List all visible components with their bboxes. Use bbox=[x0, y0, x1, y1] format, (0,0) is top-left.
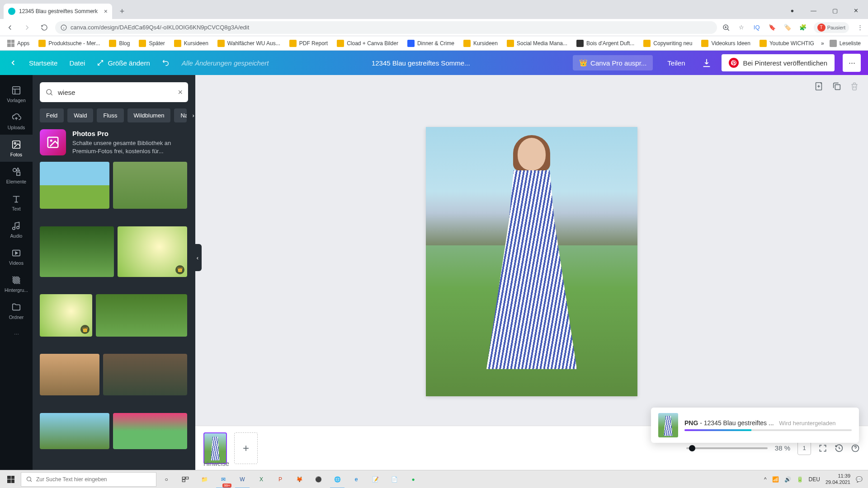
outlook-icon[interactable]: ✉99+ bbox=[214, 470, 232, 488]
back-button[interactable] bbox=[4, 21, 16, 34]
language-indicator[interactable]: DEU bbox=[809, 476, 820, 483]
page-count-button[interactable]: 1 bbox=[797, 441, 811, 455]
rail-text[interactable]: Text bbox=[0, 189, 33, 216]
powerpoint-icon[interactable]: P bbox=[271, 470, 289, 488]
wifi-icon[interactable]: 📶 bbox=[772, 476, 779, 483]
edge-icon[interactable]: e bbox=[347, 470, 365, 488]
firefox-icon[interactable]: 🦊 bbox=[290, 470, 308, 488]
home-link[interactable]: Startseite bbox=[27, 56, 59, 70]
battery-icon[interactable]: 🔋 bbox=[797, 476, 803, 483]
add-page-thumb-button[interactable]: + bbox=[234, 432, 258, 464]
pinterest-publish-button[interactable]: Bei Pinterest veröffentlichen bbox=[722, 54, 835, 71]
rail-background[interactable]: Hintergru... bbox=[0, 270, 33, 297]
browser-tab[interactable]: 12345 Blau gestreiftes Sommerk × bbox=[4, 4, 112, 19]
rail-folders[interactable]: Ordner bbox=[0, 297, 33, 324]
canvas-stage[interactable] bbox=[195, 98, 868, 426]
bookmark-item[interactable]: Bois d'Argent Duft... bbox=[573, 38, 638, 49]
design-page[interactable] bbox=[426, 127, 637, 396]
help-button[interactable] bbox=[851, 444, 860, 453]
chip-fluss[interactable]: Fluss bbox=[97, 108, 123, 122]
photo-thumb[interactable] bbox=[113, 413, 187, 449]
volume-icon[interactable]: 🔊 bbox=[784, 476, 791, 483]
start-button[interactable] bbox=[2, 470, 20, 488]
bookmark-item[interactable]: Social Media Mana... bbox=[503, 38, 571, 49]
rail-photos[interactable]: Fotos bbox=[0, 135, 33, 162]
bookmark-item[interactable]: Dinner & Crime bbox=[404, 38, 458, 49]
photo-thumb[interactable]: 👑 bbox=[118, 226, 187, 277]
search-input[interactable] bbox=[58, 89, 173, 96]
photos-pro-promo[interactable]: Photos Pro Schalte unsere gesamte Biblio… bbox=[40, 129, 188, 155]
chips-scroll-right[interactable]: › bbox=[190, 110, 195, 121]
chip-feld[interactable]: Feld bbox=[40, 108, 64, 122]
rail-templates[interactable]: Vorlagen bbox=[0, 80, 33, 108]
maximize-button[interactable]: ▢ bbox=[825, 4, 845, 17]
fullscreen-button[interactable] bbox=[818, 444, 827, 453]
bookmark-item[interactable]: Youtube WICHTIG bbox=[756, 38, 818, 49]
chrome-profile[interactable]: T Pausiert bbox=[814, 22, 849, 33]
tray-chevron-icon[interactable]: ^ bbox=[764, 476, 767, 483]
extension-icon-1[interactable]: IQ bbox=[752, 23, 761, 32]
bookmark-item[interactable]: Produktsuche - Mer... bbox=[35, 38, 104, 49]
photo-thumb[interactable] bbox=[96, 294, 187, 337]
delete-page-button[interactable] bbox=[850, 82, 859, 91]
task-view-icon[interactable] bbox=[176, 470, 194, 488]
search-box[interactable]: × bbox=[40, 82, 188, 102]
minimize-button[interactable]: — bbox=[803, 4, 824, 17]
taskbar-search[interactable]: Zur Suche Text hier eingeben bbox=[21, 472, 156, 487]
more-menu-button[interactable]: ⋯ bbox=[843, 54, 861, 72]
photo-thumb[interactable] bbox=[113, 162, 187, 209]
rail-videos[interactable]: Videos bbox=[0, 243, 33, 270]
excel-icon[interactable]: X bbox=[252, 470, 270, 488]
photo-thumb[interactable] bbox=[103, 354, 187, 395]
undo-button[interactable] bbox=[160, 56, 172, 70]
word-icon[interactable]: W bbox=[233, 470, 251, 488]
spotify-icon[interactable]: ● bbox=[404, 470, 422, 488]
chrome-icon[interactable]: 🌐 bbox=[328, 470, 346, 488]
cortana-icon[interactable]: ○ bbox=[157, 470, 175, 488]
history-button[interactable] bbox=[835, 444, 844, 453]
rail-more[interactable]: ⋯ bbox=[0, 324, 33, 344]
chip-natur[interactable]: Natu bbox=[174, 108, 187, 122]
reload-button[interactable] bbox=[38, 21, 51, 34]
star-icon[interactable]: ☆ bbox=[737, 23, 746, 32]
page-thumbnail-1[interactable] bbox=[203, 432, 227, 464]
photo-thumb[interactable]: 👑 bbox=[40, 294, 92, 337]
collapse-panel-button[interactable]: ‹ bbox=[193, 244, 202, 271]
bookmark-item[interactable]: PDF Report bbox=[286, 38, 331, 49]
extension-icon-2[interactable]: 🔖 bbox=[768, 23, 777, 32]
rail-uploads[interactable]: Uploads bbox=[0, 108, 33, 135]
try-pro-button[interactable]: 👑Canva Pro auspr... bbox=[573, 55, 653, 70]
close-window-button[interactable]: ✕ bbox=[846, 4, 866, 17]
bookmark-item[interactable]: Videokurs Ideen bbox=[698, 38, 754, 49]
notifications-icon[interactable]: 💬 bbox=[856, 476, 863, 483]
zoom-slider[interactable] bbox=[686, 447, 768, 449]
close-tab-icon[interactable]: × bbox=[104, 8, 108, 15]
rail-audio[interactable]: Audio bbox=[0, 216, 33, 243]
chip-wildblumen[interactable]: Wildblumen bbox=[127, 108, 171, 122]
share-button[interactable]: Teilen bbox=[661, 56, 691, 70]
notes-button[interactable]: Hinweise bbox=[203, 460, 229, 467]
photo-thumb[interactable] bbox=[40, 162, 109, 209]
bookmark-item[interactable]: Wahlfächer WU Aus... bbox=[214, 38, 284, 49]
reading-list[interactable]: Leseliste bbox=[826, 38, 864, 49]
clear-search-icon[interactable]: × bbox=[178, 88, 183, 97]
forward-button[interactable] bbox=[21, 21, 33, 34]
photo-thumb[interactable] bbox=[40, 413, 109, 449]
notepad-icon[interactable]: 📝 bbox=[366, 470, 384, 488]
design-title[interactable]: 12345 Blau gestreiftes Somme... bbox=[277, 59, 565, 67]
app-icon[interactable]: 📄 bbox=[385, 470, 403, 488]
bookmark-overflow[interactable]: » bbox=[821, 40, 824, 47]
taskbar-clock[interactable]: 11:39 29.04.2021 bbox=[826, 473, 850, 485]
extension-icon-3[interactable]: 🏷️ bbox=[783, 23, 792, 32]
rail-elements[interactable]: Elemente bbox=[0, 162, 33, 189]
bookmark-item[interactable]: Blog bbox=[105, 38, 133, 49]
download-button[interactable] bbox=[700, 55, 713, 70]
chrome-menu-icon[interactable]: ⋮ bbox=[855, 23, 864, 32]
zoom-percentage[interactable]: 38 % bbox=[775, 444, 790, 452]
bookmark-item[interactable]: Später bbox=[135, 38, 168, 49]
photo-thumb[interactable] bbox=[40, 354, 99, 395]
bookmark-item[interactable]: Cload + Canva Bilder bbox=[333, 38, 402, 49]
apps-shortcut[interactable]: Apps bbox=[4, 38, 33, 49]
bookmark-item[interactable]: Kursideen bbox=[460, 38, 501, 49]
resize-button[interactable]: Größe ändern bbox=[95, 56, 151, 70]
